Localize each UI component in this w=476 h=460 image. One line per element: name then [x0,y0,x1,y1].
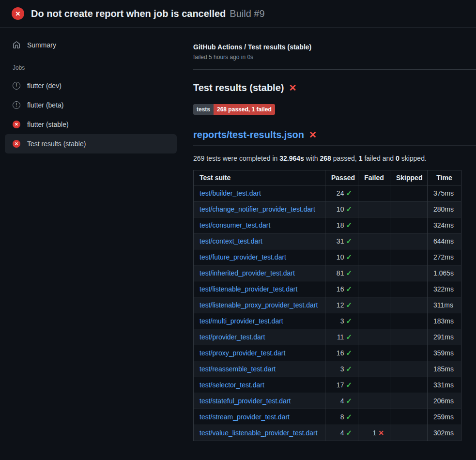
test-suite-cell: test/provider_test.dart [194,329,325,345]
pass-check-icon: ✓ [346,205,352,213]
passed-cell: 31✓ [325,233,358,249]
build-number: Build #9 [230,8,264,19]
test-suite-link[interactable]: test/reassemble_test.dart [200,365,276,373]
test-suite-link[interactable]: test/stateful_provider_test.dart [200,397,291,405]
test-suite-link[interactable]: test/listenable_proxy_provider_test.dart [200,301,318,309]
sidebar-item-label: flutter (dev) [27,82,61,90]
test-suite-link[interactable]: test/proxy_provider_test.dart [200,349,285,357]
sidebar-item-flutter-dev[interactable]: !flutter (dev) [5,76,177,95]
passed-count: 12 [337,301,344,309]
table-row: test/listenable_proxy_provider_test.dart… [194,297,461,313]
skipped-cell [390,265,428,281]
passed-cell: 10✓ [325,249,358,265]
failed-cell [358,393,390,409]
test-suite-link[interactable]: test/inherited_provider_test.dart [200,269,295,277]
test-suite-link[interactable]: test/value_listenable_provider_test.dart [200,429,318,437]
skipped-cell [390,201,428,217]
table-row: test/future_provider_test.dart10✓272ms [194,249,461,265]
pass-check-icon: ✓ [346,429,352,437]
page-title: Do not create report when job is cancell… [31,8,265,19]
report-link[interactable]: reports/test-results.json [193,129,304,140]
test-suite-cell: test/multi_provider_test.dart [194,313,325,329]
failed-cell [358,297,390,313]
table-row: test/stateful_provider_test.dart4✓206ms [194,393,461,409]
pass-check-icon: ✓ [346,349,352,357]
pass-check-icon: ✓ [346,189,352,197]
time-cell: 185ms [428,361,461,377]
test-suite-cell: test/proxy_provider_test.dart [194,345,325,361]
test-suite-link[interactable]: test/consumer_test.dart [200,221,270,229]
failed-cell [358,281,390,297]
time-cell: 291ms [428,329,461,345]
failed-icon: ✕ [13,121,20,128]
pass-check-icon: ✓ [346,381,352,389]
test-suite-cell: test/stateful_provider_test.dart [194,393,325,409]
passed-count: 31 [337,237,344,245]
passed-cell: 4✓ [325,425,358,441]
test-suite-link[interactable]: test/listenable_provider_test.dart [200,285,297,293]
pass-check-icon: ✓ [346,365,352,373]
time-cell: 272ms [428,249,461,265]
results-table: Test suite Passed Failed Skipped Time te… [193,170,461,441]
sidebar-item-flutter-beta[interactable]: !flutter (beta) [5,95,177,115]
passed-cell: 11✓ [325,329,358,345]
col-header-skipped: Skipped [390,170,428,185]
passed-count: 16 [337,349,344,357]
skipped-cell [390,377,428,393]
sidebar-item-summary[interactable]: Summary [5,35,177,55]
pass-check-icon: ✓ [346,269,352,277]
skipped-cell [390,249,428,265]
home-icon [13,41,20,49]
sidebar: Summary Jobs !flutter (dev)!flutter (bet… [0,28,182,165]
failed-cell [358,233,390,249]
summary-text: passed, [331,154,359,162]
passed-cell: 12✓ [325,297,358,313]
time-cell: 183ms [428,313,461,329]
passed-cell: 18✓ [325,217,358,233]
skipped-cell [390,297,428,313]
test-suite-cell: test/stream_provider_test.dart [194,409,325,425]
test-suite-link[interactable]: test/stream_provider_test.dart [200,413,290,421]
pass-check-icon: ✓ [346,237,352,245]
sidebar-item-test-results-stable[interactable]: ✕Test results (stable) [5,134,177,153]
passed-cell: 16✓ [325,345,358,361]
pass-check-icon: ✓ [346,285,352,293]
sidebar-item-label: Test results (stable) [27,140,86,148]
tests-badge-label: tests [193,104,214,115]
passed-cell: 8✓ [325,409,358,425]
passed-count: 11 [337,333,344,341]
col-header-test-suite: Test suite [194,170,325,185]
test-suite-cell: test/value_listenable_provider_test.dart [194,425,325,441]
skipped-cell [390,281,428,297]
test-suite-link[interactable]: test/multi_provider_test.dart [200,317,283,325]
test-suite-link[interactable]: test/future_provider_test.dart [200,253,286,261]
time-cell: 1.065s [428,265,461,281]
test-suite-link[interactable]: test/context_test.dart [200,237,262,245]
table-row: test/value_listenable_provider_test.dart… [194,425,461,441]
skipped-cell [390,361,428,377]
passed-count: 10 [337,205,344,213]
passed-cell: 17✓ [325,377,358,393]
summary-skipped-count: 0 [396,154,399,162]
jobs-list: !flutter (dev)!flutter (beta)✕flutter (s… [0,76,182,153]
time-cell: 322ms [428,281,461,297]
failed-cell: 1✕ [358,425,390,441]
test-suite-link[interactable]: test/change_notifier_provider_test.dart [200,205,315,213]
time-cell: 311ms [428,297,461,313]
passed-cell: 3✓ [325,361,358,377]
table-row: test/stream_provider_test.dart8✓259ms [194,409,461,425]
test-suite-link[interactable]: test/provider_test.dart [200,333,265,341]
skipped-cell [390,233,428,249]
test-suite-link[interactable]: test/builder_test.dart [200,189,261,197]
failed-status-icon: ✕ [12,7,24,20]
table-row: test/change_notifier_provider_test.dart1… [194,201,461,217]
failed-count: 1 [372,429,376,437]
time-cell: 324ms [428,217,461,233]
sidebar-item-flutter-stable[interactable]: ✕flutter (stable) [5,115,177,134]
main-content: GitHub Actions / Test results (stable) f… [182,28,476,460]
passed-count: 24 [337,189,344,197]
jobs-section-label: Jobs [0,55,182,76]
col-header-time: Time [428,170,461,185]
test-suite-link[interactable]: test/selector_test.dart [200,381,264,389]
pass-check-icon: ✓ [346,333,352,341]
